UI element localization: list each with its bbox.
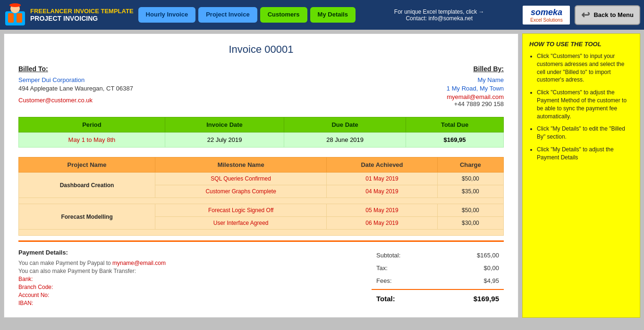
payment-bank: Bank: bbox=[18, 276, 362, 282]
project-header-milestone: Milestone Name bbox=[155, 157, 327, 173]
billed-to-label: Billed To: bbox=[18, 65, 251, 73]
meta-header-total-due: Total Due bbox=[406, 117, 504, 132]
billed-by-label: Billed By: bbox=[271, 65, 504, 73]
logo-top: FREELANCER INVOICE TEMPLATE bbox=[30, 8, 134, 15]
invoice-title: Invoice 00001 bbox=[18, 43, 504, 56]
bottom-section: Payment Details: You can make Payment by… bbox=[18, 249, 504, 308]
meta-header-invoice-date: Invoice Date bbox=[165, 117, 284, 132]
customers-button[interactable]: Customers bbox=[260, 7, 307, 23]
svg-rect-2 bbox=[8, 13, 14, 23]
milestone-name-cell: Forecast Logic Signed Off bbox=[155, 204, 327, 217]
company-name: Semper Dui Corporation bbox=[18, 76, 251, 83]
main-area: Invoice 00001 Billed To: Semper Dui Corp… bbox=[0, 30, 644, 322]
payment-iban: IBAN: bbox=[18, 300, 362, 306]
back-label: Back to Menu bbox=[593, 11, 634, 18]
payment-branch: Branch Code: bbox=[18, 284, 362, 290]
subtotal-label: Subtotal: bbox=[376, 252, 400, 259]
tax-row: Tax: $0,00 bbox=[372, 262, 504, 274]
date-achieved-cell: 04 May 2019 bbox=[327, 185, 438, 198]
sidebar-tip: Click "Customers" to adjust the Payment … bbox=[537, 89, 633, 120]
billed-to-section: Billed To: Semper Dui Corporation 494 Ap… bbox=[18, 65, 251, 107]
project-name-cell: Dashboard Creation bbox=[19, 173, 155, 198]
project-header-charge: Charge bbox=[437, 157, 503, 173]
payment-paypal-line: You can make Payment by Paypal to myname… bbox=[18, 260, 362, 266]
charge-cell: $50,00 bbox=[437, 173, 503, 185]
charge-cell: $35,00 bbox=[437, 185, 503, 198]
invoice-panel: Invoice 00001 Billed To: Semper Dui Corp… bbox=[4, 33, 518, 318]
header-promo: For unique Excel templates, click → Cont… bbox=[356, 8, 523, 22]
project-name-cell: Forecast Modelling bbox=[19, 204, 155, 230]
meta-total-due: $169,95 bbox=[406, 132, 504, 148]
orange-divider bbox=[18, 240, 504, 242]
charge-cell: $50,00 bbox=[437, 204, 503, 217]
meta-header-due-date: Due Date bbox=[284, 117, 406, 132]
logo-icon bbox=[4, 4, 26, 26]
project-header-name: Project Name bbox=[19, 157, 155, 173]
logo-area: FREELANCER INVOICE TEMPLATE PROJECT INVO… bbox=[4, 4, 134, 26]
svg-rect-3 bbox=[17, 13, 22, 23]
someka-logo: someka Excel Solutions bbox=[523, 6, 570, 25]
my-details-button[interactable]: My Details bbox=[310, 7, 356, 23]
total-row: Total: $169,95 bbox=[372, 292, 504, 305]
billed-by-email: myemail@email.com bbox=[271, 93, 504, 100]
project-invoice-button[interactable]: Project Invoice bbox=[198, 7, 257, 23]
milestone-name-cell: Customer Graphs Complete bbox=[155, 185, 327, 198]
sidebar-tip: Click "My Details" to edit the "Billed B… bbox=[537, 125, 633, 141]
milestone-name-cell: SQL Queries Confirmed bbox=[155, 173, 327, 185]
totals-section: Subtotal: $165,00 Tax: $0,00 Fees: $4,95… bbox=[372, 249, 504, 308]
someka-sub: Excel Solutions bbox=[530, 17, 562, 23]
milestone-name-cell: User Interface Agreed bbox=[155, 217, 327, 230]
svg-rect-5 bbox=[11, 4, 19, 7]
payment-details: Payment Details: You can make Payment by… bbox=[18, 249, 362, 308]
payment-account: Account No: bbox=[18, 292, 362, 298]
billed-by-phone: +44 7889 290 158 bbox=[271, 100, 504, 107]
sidebar: HOW TO USE THE TOOL Click "Customers" to… bbox=[522, 33, 640, 318]
project-table: Project Name Milestone Name Date Achieve… bbox=[18, 157, 504, 236]
total-label: Total: bbox=[376, 295, 395, 303]
meta-due-date: 28 June 2019 bbox=[284, 132, 406, 148]
subtotal-value: $165,00 bbox=[477, 252, 499, 259]
totals-divider bbox=[372, 289, 504, 290]
date-achieved-cell: 01 May 2019 bbox=[327, 173, 438, 185]
fees-value: $4,95 bbox=[483, 277, 499, 284]
billing-section: Billed To: Semper Dui Corporation 494 Ap… bbox=[18, 65, 504, 107]
back-to-menu-button[interactable]: ↩ Back to Menu bbox=[575, 5, 640, 25]
nav-buttons: Hourly Invoice Project Invoice Customers… bbox=[138, 7, 356, 23]
customer-email: Customer@customer.co.uk bbox=[18, 97, 251, 104]
tax-label: Tax: bbox=[376, 264, 388, 272]
date-achieved-cell: 05 May 2019 bbox=[327, 204, 438, 217]
project-header-date: Date Achieved bbox=[327, 157, 438, 173]
tax-value: $0,00 bbox=[483, 264, 499, 272]
logo-text: FREELANCER INVOICE TEMPLATE PROJECT INVO… bbox=[30, 8, 134, 22]
hourly-invoice-button[interactable]: Hourly Invoice bbox=[138, 7, 196, 23]
billed-by-section: Billed By: My Name 1 My Road, My Town my… bbox=[271, 65, 504, 107]
subtotal-row: Subtotal: $165,00 bbox=[372, 249, 504, 262]
total-value: $169,95 bbox=[474, 295, 499, 303]
charge-cell: $30,00 bbox=[437, 217, 503, 230]
meta-header-period: Period bbox=[19, 117, 165, 132]
billing-address: 494 Applegate Lane Wauregan, CT 06387 bbox=[18, 85, 251, 92]
fees-label: Fees: bbox=[376, 277, 392, 284]
someka-name: someka bbox=[531, 8, 562, 17]
billed-by-name: My Name bbox=[271, 76, 504, 83]
sidebar-tips-list: Click "Customers" to input your customer… bbox=[529, 52, 633, 162]
sidebar-tip: Click "Customers" to input your customer… bbox=[537, 52, 633, 84]
header: FREELANCER INVOICE TEMPLATE PROJECT INVO… bbox=[0, 0, 644, 30]
payment-bank-transfer-line: You can also make Payment by Bank Transf… bbox=[18, 268, 362, 274]
sidebar-title: HOW TO USE THE TOOL bbox=[529, 41, 633, 48]
meta-invoice-date: 22 July 2019 bbox=[165, 132, 284, 148]
billed-by-address: 1 My Road, My Town bbox=[271, 85, 504, 92]
meta-period: May 1 to May 8th bbox=[19, 132, 165, 148]
back-arrow-icon: ↩ bbox=[581, 9, 590, 21]
meta-table: Period Invoice Date Due Date Total Due M… bbox=[18, 117, 504, 148]
logo-bottom: PROJECT INVOICING bbox=[30, 15, 134, 22]
fees-row: Fees: $4,95 bbox=[372, 274, 504, 287]
sidebar-tip: Click "My Details" to adjust the Payment… bbox=[537, 146, 633, 162]
payment-title: Payment Details: bbox=[18, 249, 362, 256]
date-achieved-cell: 06 May 2019 bbox=[327, 217, 438, 230]
